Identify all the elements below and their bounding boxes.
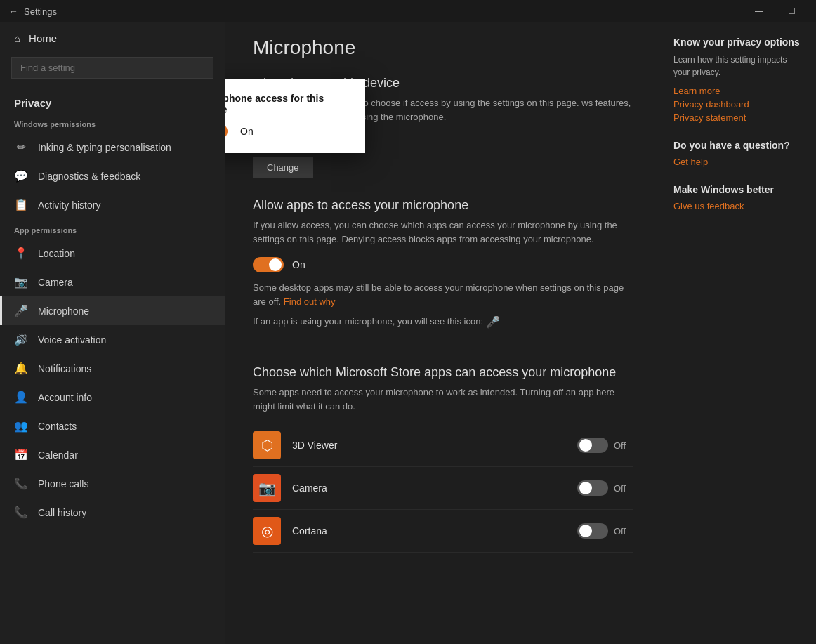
sidebar-item-label: Contacts [38, 421, 77, 432]
contacts-icon: 👥 [14, 419, 28, 433]
sidebar-item-label: Call history [38, 507, 86, 518]
sidebar-item-label: Inking & typing personalisation [38, 142, 171, 153]
sidebar-item-label: Diagnostics & feedback [38, 171, 140, 182]
store-section-title: Choose which Microsoft Store apps can ac… [253, 365, 633, 380]
allow-toggle-knob [269, 258, 282, 271]
camera-toggle-knob [579, 482, 592, 494]
give-feedback-link[interactable]: Give us feedback [673, 201, 805, 211]
feedback-title: Make Windows better [673, 184, 805, 195]
voice-icon: 🔊 [14, 333, 28, 346]
3dviewer-state: Off [614, 440, 633, 451]
privacy-dashboard-link[interactable]: Privacy dashboard [673, 99, 805, 110]
sidebar-item-camera[interactable]: 📷 Camera [0, 268, 225, 296]
3dviewer-icon: ⬡ [253, 431, 281, 459]
home-icon: ⌂ [14, 32, 20, 44]
app-list-item-camera: 📷 Camera Off [253, 467, 633, 510]
sidebar-item-label: Calendar [38, 449, 78, 461]
cortana-icon: ◎ [253, 517, 281, 545]
privacy-options-title: Know your privacy options [673, 37, 805, 48]
popup-title: Microphone access for this device [225, 93, 351, 115]
sidebar-item-diagnostics[interactable]: 💬 Diagnostics & feedback [0, 162, 225, 190]
privacy-statement-link[interactable]: Privacy statement [673, 112, 805, 123]
privacy-options-desc: Learn how this setting impacts your priv… [673, 53, 805, 79]
sidebar-item-home[interactable]: ⌂ Home [0, 22, 225, 54]
cortana-icon-glyph: ◎ [261, 523, 273, 539]
3dviewer-name: 3D Viewer [292, 440, 577, 451]
app-list-item-cortana: ◎ Cortana Off [253, 510, 633, 553]
sidebar-item-location[interactable]: 📍 Location [0, 239, 225, 268]
question-title: Do you have a question? [673, 140, 805, 151]
camera-icon: 📷 [14, 275, 28, 289]
privacy-options-section: Know your privacy options Learn how this… [673, 37, 805, 123]
microphone-icon: 🎤 [14, 304, 28, 317]
allow-toggle-row: On [253, 257, 633, 272]
app-permissions-label: App permissions [0, 219, 225, 239]
change-button[interactable]: Change [253, 157, 313, 178]
cortana-name: Cortana [292, 525, 577, 537]
sidebar-item-calendar[interactable]: 📅 Calendar [0, 440, 225, 469]
find-out-link[interactable]: Find out why [284, 296, 336, 307]
sidebar-item-callhistory[interactable]: 📞 Call history [0, 498, 225, 527]
app-list-item-3dviewer: ⬡ 3D Viewer Off [253, 424, 633, 467]
sidebar-item-label: Notifications [38, 363, 91, 374]
account-icon: 👤 [14, 390, 28, 404]
divider [253, 348, 633, 348]
location-icon: 📍 [14, 247, 28, 260]
camera-app-icon-glyph: 📷 [258, 480, 276, 497]
app-title: Settings [24, 6, 57, 17]
cortana-toggle-knob [579, 525, 592, 537]
titlebar-controls: — ☐ [743, 0, 808, 22]
3dviewer-toggle[interactable] [577, 438, 608, 453]
minimize-button[interactable]: — [743, 0, 775, 22]
sidebar-item-activity[interactable]: 📋 Activity history [0, 190, 225, 219]
sidebar: ⌂ Home Privacy Windows permissions ✏ Ink… [0, 22, 225, 644]
callhistory-icon: 📞 [14, 506, 28, 519]
camera-toggle[interactable] [577, 480, 608, 496]
cortana-state: Off [614, 526, 633, 537]
allow-toggle[interactable] [253, 257, 284, 272]
popup-overlay: Microphone access for this device On [225, 79, 365, 153]
diagnostics-icon: 💬 [14, 169, 28, 183]
main-content: Microphone access for this device On Mic… [225, 22, 662, 644]
sidebar-item-voice[interactable]: 🔊 Voice activation [0, 325, 225, 354]
popup-toggle-row: On [225, 124, 351, 139]
camera-state: Off [614, 483, 633, 494]
sidebar-item-label: Microphone [38, 305, 89, 317]
popup-on-label: On [240, 126, 254, 137]
camera-app-icon: 📷 [253, 474, 281, 502]
back-button[interactable]: ← [8, 6, 18, 17]
sidebar-item-notifications[interactable]: 🔔 Notifications [0, 354, 225, 383]
sidebar-item-label: Account info [38, 392, 92, 403]
sidebar-item-inking[interactable]: ✏ Inking & typing personalisation [0, 133, 225, 162]
sidebar-item-microphone[interactable]: 🎤 Microphone [0, 296, 225, 325]
activity-icon: 📋 [14, 198, 28, 211]
microphone-icon-inline: 🎤 [486, 314, 500, 331]
page-title: Microphone [253, 37, 633, 59]
privacy-label: Privacy [0, 87, 225, 113]
3dviewer-toggle-knob [579, 439, 592, 452]
3dviewer-icon-glyph: ⬡ [261, 437, 273, 454]
search-container [11, 57, 213, 79]
get-help-link[interactable]: Get help [673, 157, 805, 167]
mic-icon-note: If an app is using your microphone, you … [253, 314, 633, 331]
camera-app-name: Camera [292, 482, 577, 494]
desktop-note: Some desktop apps may still be able to a… [253, 281, 633, 308]
sidebar-item-contacts[interactable]: 👥 Contacts [0, 412, 225, 440]
question-section: Do you have a question? Get help [673, 140, 805, 167]
calendar-icon: 📅 [14, 448, 28, 461]
sidebar-item-phone[interactable]: 📞 Phone calls [0, 469, 225, 498]
popup-toggle-knob [225, 125, 225, 138]
learn-more-link[interactable]: Learn more [673, 86, 805, 96]
sidebar-item-label: Phone calls [38, 478, 88, 489]
allow-section-desc: If you allow access, you can choose whic… [253, 218, 633, 246]
search-input[interactable] [11, 57, 213, 79]
popup: Microphone access for this device On [225, 79, 365, 153]
cortana-toggle[interactable] [577, 523, 608, 539]
popup-toggle[interactable] [225, 124, 228, 139]
sidebar-item-account[interactable]: 👤 Account info [0, 383, 225, 412]
maximize-button[interactable]: ☐ [775, 0, 808, 22]
titlebar: ← Settings — ☐ [0, 0, 816, 22]
inking-icon: ✏ [14, 140, 28, 154]
app-body: ⌂ Home Privacy Windows permissions ✏ Ink… [0, 22, 816, 644]
right-panel: Know your privacy options Learn how this… [662, 22, 816, 644]
